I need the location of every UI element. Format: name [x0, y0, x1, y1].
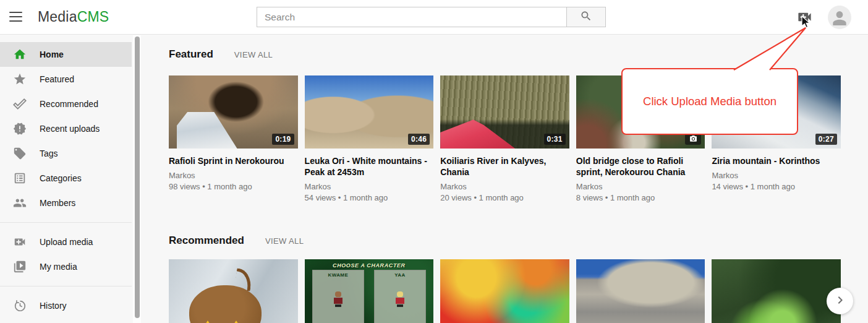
upload-media-icon	[796, 17, 813, 27]
video-meta: 54 views • 1 month ago	[305, 193, 434, 202]
annotation-callout: Click Upload Media button	[621, 68, 798, 135]
history-icon	[13, 299, 27, 312]
duration-badge: 0:31	[544, 134, 566, 145]
annotation-text: Click Upload Media button	[643, 95, 777, 108]
sidebar-item-categories[interactable]: Categories	[0, 166, 132, 191]
section-title: Featured	[169, 48, 213, 61]
sidebar-item-upload-media[interactable]: Upload media	[0, 230, 132, 254]
sidebar-label: Upload media	[40, 237, 93, 247]
media-card	[712, 259, 841, 323]
carousel-next-button[interactable]	[827, 288, 853, 314]
media-card: 0:31 Koiliaris River in Kalyves, Chania …	[440, 75, 569, 202]
search-button[interactable]	[567, 7, 606, 27]
camera-icon	[689, 135, 697, 143]
menu-icon[interactable]	[9, 12, 23, 23]
sidebar-item-recent-uploads[interactable]: Recent uploads	[0, 116, 132, 141]
video-author[interactable]: Markos	[440, 182, 569, 191]
video-thumbnail[interactable]	[440, 259, 569, 323]
video-title[interactable]: Leuka Ori - White mountains - Peak at 24…	[305, 155, 434, 178]
sidebar-item-recommended[interactable]: Recommended	[0, 92, 132, 116]
scrollbar-thumb[interactable]	[135, 37, 140, 318]
video-meta: 98 views • 1 month ago	[169, 182, 298, 191]
sidebar-label: Home	[40, 50, 64, 59]
video-thumbnail[interactable]: 0:31	[440, 75, 569, 149]
sidebar-label: Featured	[40, 74, 74, 84]
media-card: CHOOSE A CHARACTER KWAME YAA Selected Se…	[305, 259, 434, 323]
view-all-link[interactable]: VIEW ALL	[234, 50, 273, 59]
video-author[interactable]: Markos	[576, 182, 705, 191]
upload-media-button[interactable]	[796, 9, 814, 26]
video-thumbnail[interactable]	[576, 259, 705, 323]
thumbnail-text: KWAME	[313, 272, 363, 278]
new-releases-icon	[13, 122, 27, 136]
logo-media: Media	[38, 9, 77, 25]
video-meta: 14 views • 1 month ago	[712, 182, 841, 191]
video-author[interactable]: Markos	[305, 182, 434, 191]
sidebar-item-members[interactable]: Members	[0, 191, 132, 215]
sidebar-label: Members	[40, 198, 75, 208]
chevron-right-icon	[833, 293, 848, 310]
sidebar-label: History	[40, 301, 67, 311]
logo[interactable]: MediaCMS	[38, 9, 109, 25]
video-author[interactable]: Markos	[169, 171, 298, 180]
video-title[interactable]: Old bridge close to Rafioli sprint, Nero…	[576, 155, 705, 178]
video-meta: 20 views • 1 month ago	[440, 193, 569, 202]
sidebar-item-home[interactable]: Home	[0, 42, 132, 67]
members-icon	[13, 196, 27, 210]
sidebar-item-my-media[interactable]: My media	[0, 254, 132, 279]
search-bar	[257, 7, 606, 27]
duration-badge: 0:19	[272, 134, 294, 145]
sidebar-label: Categories	[40, 173, 82, 183]
search-input[interactable]	[257, 7, 567, 27]
media-card: 0:19 Rafioli Sprint in Nerokourou Markos…	[169, 75, 298, 202]
section-title: Recommended	[169, 235, 244, 247]
video-title[interactable]: Koiliaris River in Kalyves, Chania	[440, 155, 569, 178]
categories-icon	[13, 171, 27, 185]
sidebar-divider	[0, 222, 132, 223]
video-author[interactable]: Markos	[712, 171, 841, 180]
person-icon	[830, 8, 849, 28]
sidebar: Home Featured Recommended Recent uploads…	[0, 35, 132, 323]
media-card	[576, 259, 705, 323]
logo-cms: CMS	[77, 9, 109, 25]
video-thumbnail[interactable]: CHOOSE A CHARACTER KWAME YAA Selected Se…	[305, 259, 434, 323]
sidebar-item-tags[interactable]: Tags	[0, 141, 132, 166]
done-icon	[13, 97, 27, 111]
user-avatar[interactable]	[828, 6, 851, 29]
sidebar-label: Recent uploads	[40, 124, 100, 134]
star-icon	[13, 72, 27, 86]
thumbnail-text: CHOOSE A CHARACTER	[305, 262, 434, 269]
sidebar-label: My media	[40, 262, 77, 272]
sidebar-divider	[0, 286, 132, 286]
video-title[interactable]: Ziria mountain - Korinthos	[712, 155, 841, 166]
video-title[interactable]: Rafioli Sprint in Nerokourou	[169, 155, 298, 166]
duration-badge: 0:46	[408, 134, 430, 145]
sidebar-scrollbar[interactable]	[133, 35, 141, 323]
upload-media-icon	[13, 235, 27, 249]
top-bar: MediaCMS	[0, 0, 868, 35]
home-icon	[13, 48, 27, 61]
media-card: 0:46 Leuka Ori - White mountains - Peak …	[305, 75, 434, 202]
sidebar-label: Recommended	[40, 99, 98, 109]
view-all-link[interactable]: VIEW ALL	[265, 236, 304, 246]
tag-icon	[13, 147, 27, 160]
sidebar-label: Tags	[40, 149, 58, 158]
video-thumbnail[interactable]: 0:19	[169, 75, 298, 149]
media-card	[169, 259, 298, 323]
duration-badge: 0:27	[815, 134, 837, 145]
video-thumbnail[interactable]	[712, 259, 841, 323]
media-card	[440, 259, 569, 323]
recommended-section: Recommended VIEW ALL CHOOSE A CHARACTER …	[169, 235, 841, 323]
my-media-icon	[13, 260, 27, 273]
thumbnail-text: YAA	[375, 272, 425, 278]
sidebar-item-featured[interactable]: Featured	[0, 67, 132, 92]
video-thumbnail[interactable]	[169, 259, 298, 323]
sidebar-item-history[interactable]: History	[0, 293, 132, 318]
video-thumbnail[interactable]: 0:46	[305, 75, 434, 149]
search-icon	[580, 10, 592, 25]
video-meta: 8 views • 1 month ago	[576, 193, 705, 202]
